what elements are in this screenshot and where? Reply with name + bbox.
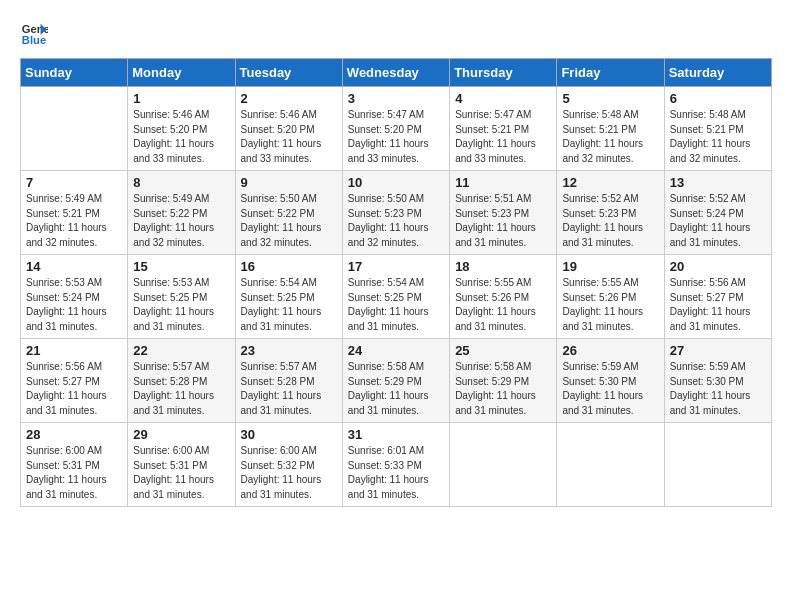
day-number: 15: [133, 259, 229, 274]
day-number: 25: [455, 343, 551, 358]
calendar-cell: [557, 423, 664, 507]
calendar-cell: 15Sunrise: 5:53 AM Sunset: 5:25 PM Dayli…: [128, 255, 235, 339]
day-number: 21: [26, 343, 122, 358]
day-number: 2: [241, 91, 337, 106]
day-number: 3: [348, 91, 444, 106]
day-number: 22: [133, 343, 229, 358]
day-number: 24: [348, 343, 444, 358]
day-info: Sunrise: 5:51 AM Sunset: 5:23 PM Dayligh…: [455, 192, 551, 250]
calendar-cell: 5Sunrise: 5:48 AM Sunset: 5:21 PM Daylig…: [557, 87, 664, 171]
calendar-cell: [664, 423, 771, 507]
day-info: Sunrise: 5:47 AM Sunset: 5:21 PM Dayligh…: [455, 108, 551, 166]
calendar-cell: 16Sunrise: 5:54 AM Sunset: 5:25 PM Dayli…: [235, 255, 342, 339]
calendar-cell: 20Sunrise: 5:56 AM Sunset: 5:27 PM Dayli…: [664, 255, 771, 339]
day-number: 31: [348, 427, 444, 442]
day-info: Sunrise: 5:49 AM Sunset: 5:22 PM Dayligh…: [133, 192, 229, 250]
day-number: 11: [455, 175, 551, 190]
day-number: 13: [670, 175, 766, 190]
day-info: Sunrise: 6:00 AM Sunset: 5:31 PM Dayligh…: [133, 444, 229, 502]
week-row-1: 1Sunrise: 5:46 AM Sunset: 5:20 PM Daylig…: [21, 87, 772, 171]
calendar-cell: 22Sunrise: 5:57 AM Sunset: 5:28 PM Dayli…: [128, 339, 235, 423]
day-info: Sunrise: 5:54 AM Sunset: 5:25 PM Dayligh…: [348, 276, 444, 334]
weekday-header-saturday: Saturday: [664, 59, 771, 87]
day-info: Sunrise: 5:57 AM Sunset: 5:28 PM Dayligh…: [133, 360, 229, 418]
weekday-header-friday: Friday: [557, 59, 664, 87]
calendar-cell: 18Sunrise: 5:55 AM Sunset: 5:26 PM Dayli…: [450, 255, 557, 339]
day-number: 1: [133, 91, 229, 106]
calendar-cell: 26Sunrise: 5:59 AM Sunset: 5:30 PM Dayli…: [557, 339, 664, 423]
day-info: Sunrise: 5:48 AM Sunset: 5:21 PM Dayligh…: [670, 108, 766, 166]
calendar-cell: 1Sunrise: 5:46 AM Sunset: 5:20 PM Daylig…: [128, 87, 235, 171]
calendar-cell: 29Sunrise: 6:00 AM Sunset: 5:31 PM Dayli…: [128, 423, 235, 507]
day-info: Sunrise: 6:01 AM Sunset: 5:33 PM Dayligh…: [348, 444, 444, 502]
day-info: Sunrise: 5:54 AM Sunset: 5:25 PM Dayligh…: [241, 276, 337, 334]
day-info: Sunrise: 6:00 AM Sunset: 5:31 PM Dayligh…: [26, 444, 122, 502]
calendar-table: SundayMondayTuesdayWednesdayThursdayFrid…: [20, 58, 772, 507]
week-row-5: 28Sunrise: 6:00 AM Sunset: 5:31 PM Dayli…: [21, 423, 772, 507]
calendar-cell: 31Sunrise: 6:01 AM Sunset: 5:33 PM Dayli…: [342, 423, 449, 507]
day-info: Sunrise: 5:59 AM Sunset: 5:30 PM Dayligh…: [670, 360, 766, 418]
day-info: Sunrise: 5:55 AM Sunset: 5:26 PM Dayligh…: [455, 276, 551, 334]
calendar-cell: 9Sunrise: 5:50 AM Sunset: 5:22 PM Daylig…: [235, 171, 342, 255]
svg-text:Blue: Blue: [22, 34, 46, 46]
calendar-cell: 4Sunrise: 5:47 AM Sunset: 5:21 PM Daylig…: [450, 87, 557, 171]
logo: General Blue: [20, 20, 48, 48]
calendar-cell: 2Sunrise: 5:46 AM Sunset: 5:20 PM Daylig…: [235, 87, 342, 171]
day-info: Sunrise: 5:50 AM Sunset: 5:22 PM Dayligh…: [241, 192, 337, 250]
calendar-cell: [21, 87, 128, 171]
week-row-4: 21Sunrise: 5:56 AM Sunset: 5:27 PM Dayli…: [21, 339, 772, 423]
day-number: 18: [455, 259, 551, 274]
day-number: 30: [241, 427, 337, 442]
calendar-cell: 6Sunrise: 5:48 AM Sunset: 5:21 PM Daylig…: [664, 87, 771, 171]
day-info: Sunrise: 5:53 AM Sunset: 5:24 PM Dayligh…: [26, 276, 122, 334]
day-number: 16: [241, 259, 337, 274]
day-number: 7: [26, 175, 122, 190]
calendar-cell: 3Sunrise: 5:47 AM Sunset: 5:20 PM Daylig…: [342, 87, 449, 171]
weekday-header-sunday: Sunday: [21, 59, 128, 87]
day-number: 28: [26, 427, 122, 442]
header: General Blue: [20, 20, 772, 48]
weekday-header-thursday: Thursday: [450, 59, 557, 87]
day-number: 12: [562, 175, 658, 190]
day-number: 26: [562, 343, 658, 358]
calendar-cell: 11Sunrise: 5:51 AM Sunset: 5:23 PM Dayli…: [450, 171, 557, 255]
calendar-cell: [450, 423, 557, 507]
day-number: 20: [670, 259, 766, 274]
calendar-cell: 13Sunrise: 5:52 AM Sunset: 5:24 PM Dayli…: [664, 171, 771, 255]
day-info: Sunrise: 5:46 AM Sunset: 5:20 PM Dayligh…: [241, 108, 337, 166]
calendar-cell: 14Sunrise: 5:53 AM Sunset: 5:24 PM Dayli…: [21, 255, 128, 339]
day-info: Sunrise: 5:55 AM Sunset: 5:26 PM Dayligh…: [562, 276, 658, 334]
day-info: Sunrise: 5:53 AM Sunset: 5:25 PM Dayligh…: [133, 276, 229, 334]
calendar-cell: 23Sunrise: 5:57 AM Sunset: 5:28 PM Dayli…: [235, 339, 342, 423]
day-info: Sunrise: 5:56 AM Sunset: 5:27 PM Dayligh…: [670, 276, 766, 334]
weekday-header-monday: Monday: [128, 59, 235, 87]
calendar-cell: 28Sunrise: 6:00 AM Sunset: 5:31 PM Dayli…: [21, 423, 128, 507]
day-number: 10: [348, 175, 444, 190]
day-number: 9: [241, 175, 337, 190]
day-number: 14: [26, 259, 122, 274]
weekday-header-row: SundayMondayTuesdayWednesdayThursdayFrid…: [21, 59, 772, 87]
calendar-cell: 12Sunrise: 5:52 AM Sunset: 5:23 PM Dayli…: [557, 171, 664, 255]
day-info: Sunrise: 5:50 AM Sunset: 5:23 PM Dayligh…: [348, 192, 444, 250]
day-number: 8: [133, 175, 229, 190]
weekday-header-wednesday: Wednesday: [342, 59, 449, 87]
calendar-cell: 24Sunrise: 5:58 AM Sunset: 5:29 PM Dayli…: [342, 339, 449, 423]
calendar-cell: 10Sunrise: 5:50 AM Sunset: 5:23 PM Dayli…: [342, 171, 449, 255]
calendar-cell: 7Sunrise: 5:49 AM Sunset: 5:21 PM Daylig…: [21, 171, 128, 255]
calendar-cell: 27Sunrise: 5:59 AM Sunset: 5:30 PM Dayli…: [664, 339, 771, 423]
calendar-cell: 19Sunrise: 5:55 AM Sunset: 5:26 PM Dayli…: [557, 255, 664, 339]
week-row-2: 7Sunrise: 5:49 AM Sunset: 5:21 PM Daylig…: [21, 171, 772, 255]
weekday-header-tuesday: Tuesday: [235, 59, 342, 87]
day-number: 23: [241, 343, 337, 358]
day-info: Sunrise: 5:59 AM Sunset: 5:30 PM Dayligh…: [562, 360, 658, 418]
calendar-cell: 8Sunrise: 5:49 AM Sunset: 5:22 PM Daylig…: [128, 171, 235, 255]
calendar-cell: 21Sunrise: 5:56 AM Sunset: 5:27 PM Dayli…: [21, 339, 128, 423]
day-info: Sunrise: 5:47 AM Sunset: 5:20 PM Dayligh…: [348, 108, 444, 166]
day-info: Sunrise: 5:58 AM Sunset: 5:29 PM Dayligh…: [455, 360, 551, 418]
day-info: Sunrise: 5:49 AM Sunset: 5:21 PM Dayligh…: [26, 192, 122, 250]
calendar-cell: 25Sunrise: 5:58 AM Sunset: 5:29 PM Dayli…: [450, 339, 557, 423]
day-info: Sunrise: 6:00 AM Sunset: 5:32 PM Dayligh…: [241, 444, 337, 502]
day-number: 19: [562, 259, 658, 274]
day-number: 5: [562, 91, 658, 106]
day-number: 6: [670, 91, 766, 106]
